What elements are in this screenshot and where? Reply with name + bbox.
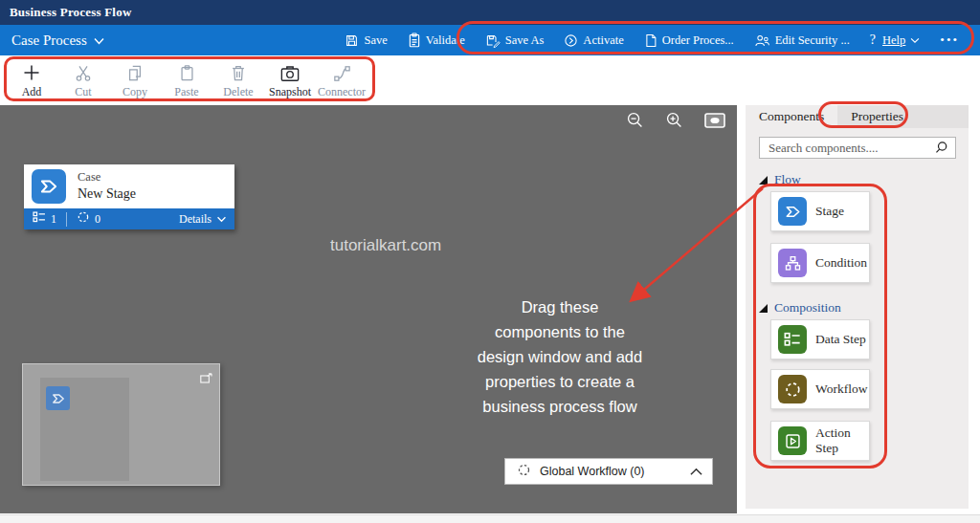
save-button[interactable]: Save	[345, 33, 387, 48]
workflow-icon	[77, 210, 90, 228]
workflow-count: 0	[77, 210, 100, 228]
component-data-step[interactable]: Data Step	[770, 319, 870, 360]
chevron-down-icon	[910, 37, 920, 44]
page-title: Business Process Flow	[10, 5, 131, 20]
connector-icon	[333, 61, 351, 82]
cut-button[interactable]: Cut	[57, 61, 109, 99]
canvas-zoom-controls	[626, 111, 725, 133]
add-icon	[22, 61, 41, 82]
action-step-icon	[778, 426, 807, 455]
cut-icon	[75, 61, 92, 82]
design-canvas[interactable]: Case New Stage 1 0 Details	[0, 105, 737, 513]
command-bar-actions: Save Validate Save As Activate Order Pro…	[345, 33, 967, 48]
activate-icon	[564, 33, 578, 48]
more-commands-button[interactable]: •••	[940, 33, 959, 48]
paste-button[interactable]: Paste	[161, 61, 212, 99]
data-step-icon	[778, 325, 807, 354]
canvas-minimap[interactable]	[22, 363, 220, 486]
data-step-count: 1	[33, 211, 56, 227]
chevron-up-icon[interactable]	[690, 468, 702, 476]
delete-icon	[231, 61, 246, 82]
minimap-expand-icon[interactable]	[200, 370, 212, 387]
data-step-icon	[33, 211, 46, 227]
component-action-step[interactable]: Action Step	[770, 421, 870, 461]
stage-node-case[interactable]: Case New Stage 1 0 Details	[24, 164, 234, 229]
stage-node-header: Case New Stage	[24, 164, 234, 208]
stage-icon	[778, 197, 807, 226]
footer-divider	[66, 212, 67, 227]
save-icon	[345, 33, 359, 48]
stage-node-footer: 1 0 Details	[24, 208, 234, 229]
watermark-text: tutorialkart.com	[330, 236, 441, 255]
validate-button[interactable]: Validate	[408, 33, 465, 48]
collapse-triangle-icon	[759, 176, 768, 185]
business-process-flow-designer: Business Process Flow Case Process Save …	[0, 0, 980, 523]
tutorial-annotation-text: Drag these components to the design wind…	[431, 294, 689, 419]
panel-tabstrip: Components Properties	[746, 105, 969, 128]
component-workflow[interactable]: Workflow	[770, 369, 870, 409]
activate-button[interactable]: Activate	[564, 33, 623, 48]
stage-icon	[32, 169, 66, 204]
chevron-down-icon	[94, 33, 104, 49]
search-icon[interactable]	[934, 141, 948, 155]
page-bottom-strip	[0, 514, 980, 523]
edit-toolbar: Add Cut Copy Paste Delete Snapshot Conne…	[0, 55, 980, 105]
snapshot-button[interactable]: Snapshot	[264, 61, 316, 99]
save-as-icon	[485, 33, 501, 48]
minimap-stage-node	[46, 386, 70, 410]
tab-components[interactable]: Components	[746, 105, 837, 128]
help-icon: ?	[870, 33, 876, 48]
snapshot-icon	[280, 61, 300, 82]
validate-icon	[408, 33, 421, 48]
stage-details-toggle[interactable]: Details	[179, 212, 227, 227]
component-search	[759, 137, 956, 159]
workflow-icon	[517, 463, 531, 481]
workflow-icon	[778, 375, 807, 403]
delete-button[interactable]: Delete	[212, 61, 264, 99]
collapse-triangle-icon	[759, 304, 768, 313]
component-condition[interactable]: Condition	[770, 243, 870, 283]
command-bar: Case Process Save Validate Save As Activ…	[0, 25, 980, 55]
edit-security-button[interactable]: Edit Security ...	[754, 33, 850, 48]
connector-button[interactable]: Connector	[316, 61, 368, 99]
section-header-flow[interactable]: Flow	[759, 172, 801, 187]
minimap-viewport[interactable]	[40, 378, 129, 481]
stage-entity-label: Case	[78, 170, 136, 185]
condition-icon	[778, 249, 807, 277]
edit-security-icon	[754, 33, 770, 48]
order-process-button[interactable]: Order Proces...	[644, 33, 734, 48]
search-input[interactable]	[760, 141, 934, 156]
add-button[interactable]: Add	[6, 61, 57, 99]
process-selector[interactable]: Case Process	[11, 33, 104, 49]
order-process-icon	[644, 33, 657, 48]
copy-icon	[126, 61, 144, 82]
save-as-button[interactable]: Save As	[485, 33, 545, 48]
copy-button[interactable]: Copy	[109, 61, 161, 99]
fit-screen-icon[interactable]	[704, 113, 725, 132]
section-header-composition[interactable]: Composition	[759, 300, 841, 316]
window-title-bar: Business Process Flow	[0, 0, 980, 25]
paste-icon	[179, 61, 195, 82]
global-workflow-bar[interactable]: Global Workflow (0)	[504, 458, 713, 485]
chevron-down-icon	[216, 212, 227, 227]
zoom-out-icon[interactable]	[626, 111, 644, 133]
global-workflow-label: Global Workflow (0)	[540, 465, 645, 478]
stage-name-label: New Stage	[78, 185, 136, 203]
components-panel: Components Properties Flow Stage Conditi…	[746, 105, 969, 509]
zoom-in-icon[interactable]	[665, 111, 683, 133]
process-name: Case Process	[11, 33, 87, 49]
tab-properties[interactable]: Properties	[837, 105, 917, 128]
help-button[interactable]: ? Help	[870, 33, 921, 48]
component-stage[interactable]: Stage	[770, 191, 870, 231]
